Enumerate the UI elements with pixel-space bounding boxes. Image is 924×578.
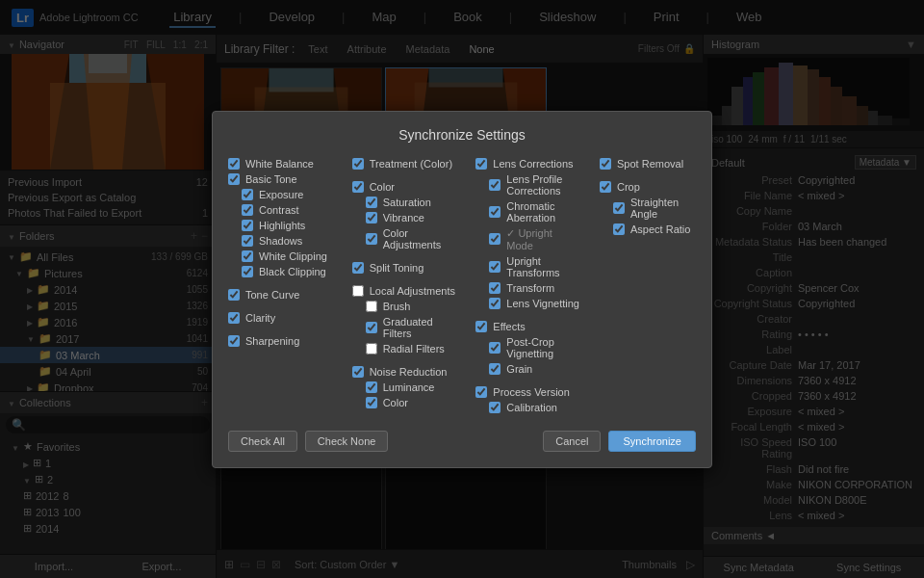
- sync-lens-vignetting-cb[interactable]: [489, 298, 500, 309]
- sync-process-version: Process Version: [475, 384, 580, 400]
- sync-noise-reduction-cb[interactable]: [352, 366, 364, 378]
- sync-local-adj-cb[interactable]: [352, 285, 364, 297]
- sync-treatment-cb[interactable]: [352, 158, 364, 170]
- sync-basic-tone: Basic Tone: [228, 171, 333, 187]
- sync-lens-corrections: Lens Corrections: [475, 156, 580, 171]
- sync-color-adj-label: Color Adjustments: [383, 227, 457, 250]
- sync-saturation-cb[interactable]: [366, 197, 377, 208]
- sync-tone-curve-label: Tone Curve: [245, 289, 299, 301]
- sync-aspect-ratio-cb[interactable]: [613, 223, 625, 235]
- sync-exposure-label: Exposure: [259, 189, 303, 200]
- sync-clarity-label: Clarity: [245, 312, 275, 324]
- sync-straighten-label: Straighten Angle: [630, 197, 696, 220]
- sync-luminance-cb[interactable]: [366, 381, 377, 393]
- sync-straighten-cb[interactable]: [613, 202, 625, 214]
- sync-tone-curve-cb[interactable]: [228, 289, 240, 301]
- sync-aspect-ratio: Aspect Ratio: [600, 222, 696, 237]
- sync-post-crop: Post-Crop Vignetting: [475, 334, 580, 361]
- sync-footer-right: Cancel Synchronize: [543, 431, 696, 452]
- sync-lens-profile-label: Lens Profile Corrections: [506, 173, 580, 197]
- sync-transform-cb[interactable]: [489, 282, 500, 294]
- sync-col-3: Lens Corrections Lens Profile Correction…: [475, 156, 580, 415]
- sync-white-balance-cb[interactable]: [228, 158, 240, 170]
- sync-col-2: Treatment (Color) Color Saturation Vibra…: [352, 156, 457, 415]
- sync-local-adj: Local Adjustments: [352, 283, 457, 299]
- sync-straighten: Straighten Angle: [600, 195, 696, 222]
- sync-white-clipping-cb[interactable]: [242, 250, 253, 262]
- sync-transform-label: Transform: [506, 282, 554, 294]
- sync-lens-corrections-cb[interactable]: [475, 158, 487, 170]
- sync-sharpening-cb[interactable]: [228, 335, 240, 347]
- sync-white-balance: White Balance: [228, 156, 333, 171]
- sync-lens-profile-cb[interactable]: [489, 179, 500, 191]
- sync-brush-label: Brush: [383, 301, 411, 312]
- sync-effects: Effects: [475, 319, 580, 334]
- sync-black-clipping: Black Clipping: [228, 264, 333, 279]
- sync-luminance-label: Luminance: [383, 381, 435, 393]
- sync-treatment: Treatment (Color): [352, 156, 457, 171]
- sync-black-clipping-cb[interactable]: [242, 266, 253, 277]
- sync-spot-removal-label: Spot Removal: [617, 158, 683, 170]
- sync-upright-mode-cb[interactable]: [489, 233, 500, 245]
- sync-split-toning-label: Split Toning: [370, 262, 424, 274]
- check-all-button[interactable]: Check All: [228, 431, 297, 452]
- sync-radial-filters-cb[interactable]: [366, 343, 377, 355]
- sync-process-version-cb[interactable]: [475, 386, 487, 398]
- sync-col-4: Spot Removal Crop Straighten Angle Aspec…: [600, 156, 696, 415]
- sync-crop-cb[interactable]: [600, 181, 611, 193]
- sync-calibration-label: Calibration: [506, 402, 557, 413]
- synchronize-button[interactable]: Synchronize: [608, 431, 696, 452]
- sync-vibrance: Vibrance: [352, 210, 457, 225]
- sync-spot-removal-cb[interactable]: [600, 158, 611, 170]
- sync-effects-cb[interactable]: [475, 321, 487, 332]
- sync-color: Color: [352, 179, 457, 195]
- sync-post-crop-label: Post-Crop Vignetting: [506, 336, 580, 359]
- sync-basic-tone-cb[interactable]: [228, 173, 240, 185]
- sync-grad-filters-cb[interactable]: [366, 322, 377, 333]
- sync-spot-removal: Spot Removal: [600, 156, 696, 171]
- sync-tone-curve: Tone Curve: [228, 287, 333, 302]
- sync-local-adj-label: Local Adjustments: [370, 285, 455, 297]
- sync-grain: Grain: [475, 361, 580, 377]
- sync-white-clipping-label: White Clipping: [259, 250, 327, 262]
- sync-black-clipping-label: Black Clipping: [259, 266, 326, 277]
- sync-lens-profile: Lens Profile Corrections: [475, 171, 580, 198]
- sync-grain-cb[interactable]: [489, 363, 500, 375]
- sync-upright-transforms-cb[interactable]: [489, 261, 500, 273]
- sync-brush-cb[interactable]: [366, 301, 377, 312]
- sync-noise-reduction: Noise Reduction: [352, 364, 457, 380]
- sync-white-balance-label: White Balance: [245, 158, 314, 170]
- sync-saturation: Saturation: [352, 195, 457, 210]
- sync-chromatic-ab-label: Chromatic Aberration: [506, 200, 580, 223]
- sync-color-nr-label: Color: [383, 397, 408, 408]
- sync-split-toning-cb[interactable]: [352, 262, 364, 274]
- sync-modal-content: White Balance Basic Tone Exposure Contra…: [228, 156, 696, 415]
- sync-grad-filters-label: Graduated Filters: [383, 316, 457, 339]
- sync-sharpening: Sharpening: [228, 333, 333, 349]
- sync-highlights-cb[interactable]: [242, 220, 253, 231]
- sync-clarity: Clarity: [228, 310, 333, 326]
- check-none-button[interactable]: Check None: [305, 431, 389, 452]
- sync-color-nr-cb[interactable]: [366, 397, 377, 408]
- sync-exposure-cb[interactable]: [242, 189, 253, 200]
- sync-color-adj-cb[interactable]: [366, 233, 377, 245]
- sync-shadows-cb[interactable]: [242, 235, 253, 247]
- sync-sharpening-label: Sharpening: [245, 335, 299, 347]
- sync-transform: Transform: [475, 280, 580, 296]
- sync-clarity-cb[interactable]: [228, 312, 240, 324]
- sync-upright-transforms-label: Upright Transforms: [506, 255, 580, 278]
- cancel-button[interactable]: Cancel: [543, 431, 601, 452]
- sync-highlights: Highlights: [228, 218, 333, 233]
- sync-color-adj: Color Adjustments: [352, 225, 457, 252]
- sync-color-cb[interactable]: [352, 181, 364, 193]
- sync-post-crop-cb[interactable]: [489, 342, 500, 354]
- sync-calibration-cb[interactable]: [489, 402, 500, 413]
- sync-vibrance-cb[interactable]: [366, 212, 377, 223]
- sync-highlights-label: Highlights: [259, 220, 305, 231]
- sync-effects-label: Effects: [493, 321, 525, 332]
- sync-lens-corrections-label: Lens Corrections: [493, 158, 573, 170]
- sync-footer-left: Check All Check None: [228, 431, 388, 452]
- sync-chromatic-ab-cb[interactable]: [489, 206, 500, 218]
- sync-contrast-cb[interactable]: [242, 204, 253, 216]
- sync-lens-vignetting: Lens Vignetting: [475, 296, 580, 311]
